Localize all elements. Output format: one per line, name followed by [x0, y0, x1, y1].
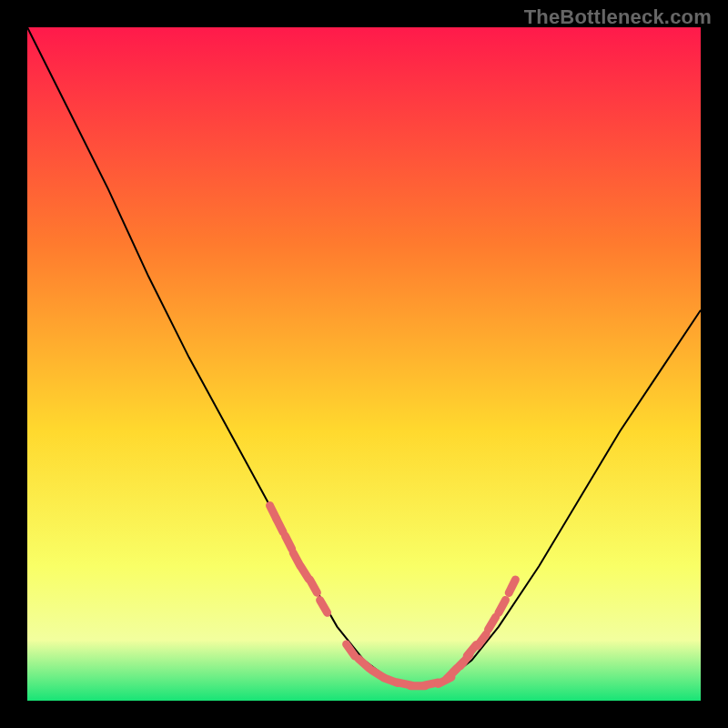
- chart-stage: TheBottleneck.com: [0, 0, 728, 728]
- marker-dash: [277, 520, 283, 532]
- watermark-text: TheBottleneck.com: [524, 5, 712, 29]
- plot-background: [27, 27, 701, 701]
- bottleneck-plot: [0, 0, 728, 728]
